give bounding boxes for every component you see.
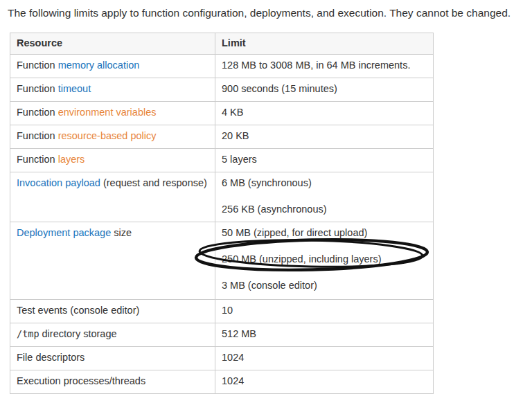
limit-text-circled: 250 MB (unzipped, including layers) (222, 253, 427, 266)
column-header-limit: Limit (215, 33, 434, 55)
resource-text: Function (17, 154, 58, 165)
limit-cell: 50 MB (zipped, for direct upload)250 MB … (215, 222, 434, 300)
limit-text: 50 MB (zipped, for direct upload) (222, 226, 427, 240)
table-row-file-descriptors: File descriptors 1024 (10, 347, 434, 370)
limit-cell: 900 seconds (15 minutes) (215, 78, 434, 102)
limit-text: 5 layers (222, 153, 427, 166)
table-row-layers: Function layers 5 layers (10, 149, 434, 172)
resource-cell: Function layers (10, 149, 215, 172)
memory-allocation-link[interactable]: memory allocation (58, 60, 140, 71)
limit-cell: 1024 (215, 347, 434, 370)
column-header-resource: Resource (10, 33, 215, 55)
limit-text: 20 KB (222, 129, 427, 143)
resource-cell: Function timeout (10, 78, 215, 102)
limit-text: 4 KB (222, 106, 427, 119)
limit-text: 1024 (222, 375, 427, 388)
resource-cell: Invocation payload (request and response… (10, 172, 215, 222)
limits-table: Resource Limit Function memory allocatio… (10, 33, 434, 394)
invocation-payload-link[interactable]: Invocation payload (17, 177, 100, 188)
limit-text: 512 MB (222, 328, 427, 341)
resource-text: File descriptors (17, 352, 85, 363)
table-header-row: Resource Limit (10, 33, 434, 55)
limit-text: 1024 (222, 351, 427, 364)
resource-text: Function (17, 130, 58, 141)
resource-cell: /tmp directory storage (10, 323, 215, 347)
limit-text: 256 KB (asynchronous) (222, 203, 427, 216)
limit-cell: 5 layers (215, 149, 434, 172)
table-row-environment-variables: Function environment variables 4 KB (10, 102, 434, 125)
resource-text: size (111, 227, 132, 238)
limit-text: 900 seconds (15 minutes) (222, 82, 427, 96)
resource-cell: Function memory allocation (10, 55, 215, 78)
limit-cell: 4 KB (215, 102, 434, 125)
limit-cell: 6 MB (synchronous)256 KB (asynchronous) (215, 172, 434, 222)
resource-text: Function (17, 83, 58, 94)
table-row-deployment-package: Deployment package size 50 MB (zipped, f… (10, 222, 434, 300)
resource-cell: Function environment variables (10, 102, 215, 125)
resource-based-policy-link[interactable]: resource-based policy (58, 130, 157, 141)
resource-cell: Execution processes/threads (10, 370, 215, 394)
resource-cell: File descriptors (10, 347, 215, 370)
deployment-package-link[interactable]: Deployment package (17, 227, 111, 238)
table-row-invocation-payload: Invocation payload (request and response… (10, 172, 434, 222)
limit-text: 128 MB to 3008 MB, in 64 MB increments. (222, 59, 427, 72)
resource-text: directory storage (39, 328, 117, 339)
resource-cell: Deployment package size (10, 222, 215, 300)
table-row-timeout: Function timeout 900 seconds (15 minutes… (10, 78, 434, 102)
limit-cell: 1024 (215, 370, 434, 394)
resource-text: Function (17, 60, 58, 71)
layers-link[interactable]: layers (58, 154, 85, 165)
limit-cell: 10 (215, 300, 434, 323)
environment-variables-link[interactable]: environment variables (58, 107, 157, 118)
limit-cell: 128 MB to 3008 MB, in 64 MB increments. (215, 55, 434, 78)
tmp-path-code: /tmp (17, 328, 39, 339)
resource-text: Execution processes/threads (17, 375, 145, 386)
intro-text: The following limits apply to function c… (8, 6, 511, 20)
limit-cell: 512 MB (215, 323, 434, 347)
resource-text: Function (17, 107, 58, 118)
limit-text: 10 (222, 304, 427, 317)
limit-cell: 20 KB (215, 125, 434, 149)
limit-text: 3 MB (console editor) (222, 279, 427, 292)
resource-cell: Function resource-based policy (10, 125, 215, 149)
table-row-tmp-storage: /tmp directory storage 512 MB (10, 323, 434, 347)
resource-cell: Test events (console editor) (10, 300, 215, 323)
table-row-memory-allocation: Function memory allocation 128 MB to 300… (10, 55, 434, 78)
table-row-test-events: Test events (console editor) 10 (10, 300, 434, 323)
table-row-resource-based-policy: Function resource-based policy 20 KB (10, 125, 434, 149)
resource-text: Test events (console editor) (17, 305, 139, 316)
limit-text: 6 MB (synchronous) (222, 177, 427, 190)
timeout-link[interactable]: timeout (58, 83, 91, 94)
table-row-execution-processes: Execution processes/threads 1024 (10, 370, 434, 394)
resource-text: (request and response) (100, 177, 207, 188)
